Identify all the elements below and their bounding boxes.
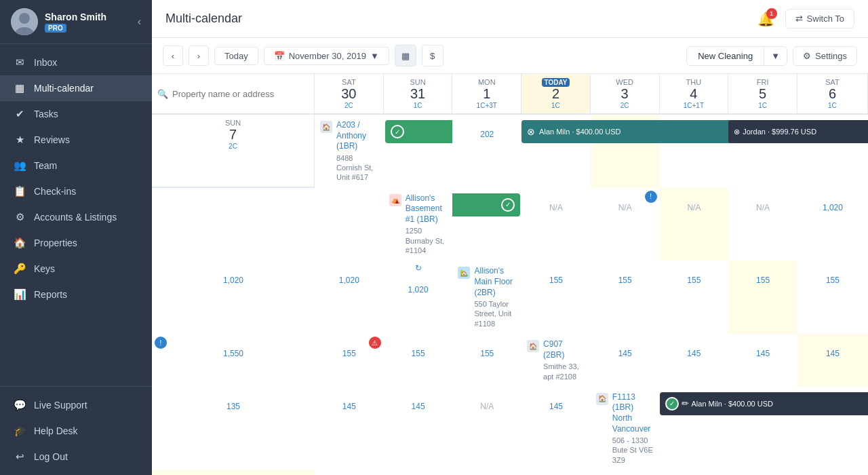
calendar-container: 🔍 SAT 30 2C SUN 31 1C MON 1 1C+3T TODAY … [152,74,868,475]
pro-badge: PRO [45,24,66,33]
info-icon: ! [155,337,167,349]
sidebar-item-inbox[interactable]: ✉Inbox [0,50,152,75]
cell-val: 145 [595,349,656,358]
topbar: Multi-calendar 🔔 1 ⇄ Switch To [152,0,868,38]
sidebar-item-multi-calendar[interactable]: ▦Multi-calendar [0,75,152,101]
day-cell: 145 [797,334,868,387]
page-title: Multi-calendar [165,12,242,26]
sidebar-item-team[interactable]: 👥Team [0,153,152,178]
sidebar-item-log-out[interactable]: ↩Log Out [0,444,152,470]
new-cleaning-dropdown-arrow[interactable]: ▼ [764,47,787,65]
team-icon: 👥 [14,159,26,172]
property-icon-3: 🏠 [527,340,539,352]
cell-val: 145 [319,402,380,411]
booking-bar[interactable]: ✓ [452,193,520,216]
sidebar-label-tasks: Tasks [34,109,58,119]
properties-icon: 🏠 [14,237,26,249]
property-icon-4: 🏠 [596,393,608,405]
day-cell: N/A [660,188,729,261]
dollar-view-button[interactable]: $ [422,45,443,66]
property-cell-2: 🏡 Allison's Main Floor (2BR) 550 Taylor … [452,261,521,334]
day-cell: 155 [384,334,453,387]
date-picker-button[interactable]: 📅 November 30, 2019 ▼ [264,47,389,65]
property-address-3: Smithe 33, apt #2108 [543,362,585,381]
calendar-toolbar: ‹ › Today 📅 November 30, 2019 ▼ ▦ $ New … [152,38,868,74]
cell-val: 145 [526,402,587,411]
property-name-3[interactable]: C907 (2BR) [543,339,585,360]
switch-icon: ⇄ [795,14,803,24]
sidebar-item-live-support[interactable]: 💬Live Support [0,392,152,418]
day-cell: ⚠155 [315,334,384,387]
property-name-1[interactable]: Allison's Basement #1 (1BR) [406,193,448,225]
property-address-0: 8488 Cornish St, Unit #617 [336,153,378,183]
user-name: Sharon Smith [45,12,106,22]
warn-icon: ⚠ [369,337,381,349]
live-support-icon: 💬 [14,399,26,411]
property-address-2: 550 Taylor Street, Unit #1108 [474,299,516,328]
gear-icon: ⚙ [803,51,811,61]
property-cell-3: 🏠 C907 (2BR) Smithe 33, apt #2108 [521,334,591,387]
property-cell-5: 🏠 Keefer 716 (1BR) #1603-1188 W Pender 1… [660,470,729,475]
settings-button[interactable]: ⚙ Settings [793,46,857,66]
property-name-2[interactable]: Allison's Main Floor (2BR) [474,266,516,298]
day-cell: 100 [384,470,453,475]
booking-bar-jordan[interactable]: ⊗ Jordan · $999.76 USD [728,120,868,143]
day-cell: 100 [152,470,315,475]
day-cell: N/A [452,387,521,470]
booking-bar[interactable]: ✓ [385,120,453,143]
new-cleaning-button[interactable]: New Cleaning ▼ [686,46,787,66]
property-name-4[interactable]: F1113 (1BR) North Vancouver [612,392,654,434]
next-button[interactable]: › [189,45,209,66]
keys-icon: 🔑 [14,263,26,275]
sidebar-item-keys[interactable]: 🔑Keys [0,256,152,282]
property-name-0[interactable]: A203 / Anthony (1BR) [336,120,378,152]
sidebar-label-live-support: Live Support [34,400,87,411]
cell-val: N/A [456,402,517,411]
cal-header-day-2: MON 1 1C+3T [452,74,521,115]
search-input[interactable] [172,89,309,99]
day-cell: 100 [591,470,660,475]
sidebar-item-reports[interactable]: 📊Reports [0,282,152,307]
collapse-button[interactable]: ‹ [138,16,141,28]
day-cell: ✓ [384,115,453,188]
new-cleaning-label: New Cleaning [687,47,764,65]
cal-header-day-1: SUN 31 1C [384,74,453,115]
property-cell-4: 🏠 F1113 (1BR) North Vancouver 506 - 1330… [591,387,660,470]
today-button[interactable]: Today [214,47,258,65]
grid-view-button[interactable]: ▦ [395,45,416,66]
calendar-grid: 🔍 SAT 30 2C SUN 31 1C MON 1 1C+3T TODAY … [152,74,868,475]
accounts-listings-icon: ⚙ [14,211,26,223]
sidebar-item-check-ins[interactable]: 📋Check-ins [0,178,152,204]
cell-val: 145 [732,349,793,358]
day-cell: 1,020 [797,188,868,261]
cal-header-day-4: WED 3 2C [591,74,660,115]
sidebar-label-team: Team [34,160,57,171]
prev-button[interactable]: ‹ [163,45,183,66]
notification-button[interactable]: 🔔 1 [757,11,774,27]
day-cell: ⊗ Marry C 100 [452,470,521,475]
cell-val: 135 [156,402,311,411]
sidebar-label-multi-calendar: Multi-calendar [34,83,94,94]
sidebar-item-properties[interactable]: 🏠Properties [0,230,152,256]
sidebar-item-accounts-listings[interactable]: ⚙Accounts & Listings [0,204,152,230]
sidebar: Sharon Smith PRO ‹ ✉Inbox▦Multi-calendar… [0,0,152,475]
cell-val: 145 [388,402,449,411]
day-cell: 1,020 [152,261,315,334]
day-cell [152,188,315,261]
sidebar-item-reviews[interactable]: ★Reviews [0,127,152,153]
sidebar-label-check-ins: Check-ins [34,186,76,197]
switch-to-button[interactable]: ⇄ Switch To [785,9,854,28]
settings-label: Settings [815,51,847,61]
day-cell: 155 [728,261,797,334]
day-cell [315,188,384,261]
cal-header-day-8: SUN 7 2C [152,115,315,188]
sidebar-label-accounts-listings: Accounts & Listings [34,212,117,223]
property-address-4: 506 - 1330 Bute St V6E 3Z9 [612,436,654,465]
sidebar-label-reviews: Reviews [34,134,70,145]
sidebar-item-help-desk[interactable]: 🎓Help Desk [0,418,152,444]
booking-bar-alan2[interactable]: ✓ ✏ Alan Miln · $400.00 USD 👤 [660,392,868,415]
property-icon-2: 🏡 [458,267,470,279]
sidebar-item-tasks[interactable]: ✔Tasks [0,101,152,127]
day-cell: ✓ ✏ Alan Miln · $400.00 USD 👤 [660,387,729,470]
main-content: Multi-calendar 🔔 1 ⇄ Switch To ‹ › Today… [152,0,868,475]
